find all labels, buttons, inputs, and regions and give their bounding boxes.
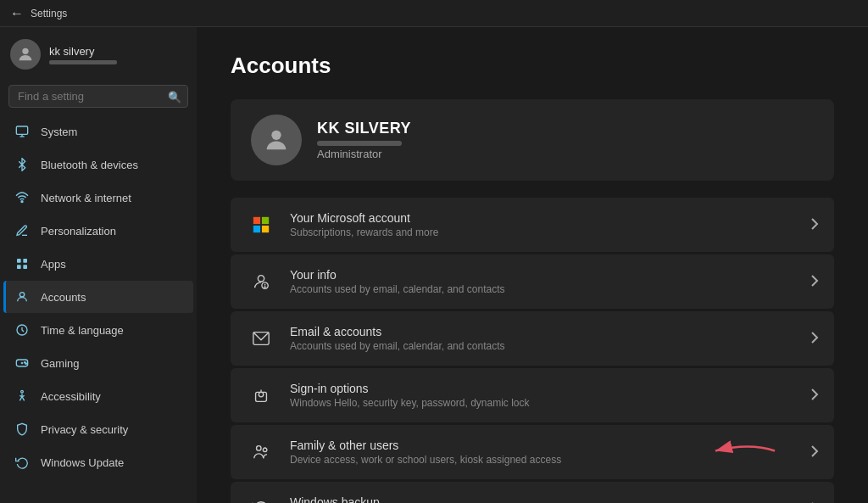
svg-rect-5 [17, 259, 21, 263]
sidebar-item-time[interactable]: Time & language [3, 314, 193, 346]
settings-item-signin-options[interactable]: Sign-in optionsWindows Hello, security k… [231, 368, 834, 422]
svg-rect-24 [262, 226, 269, 232]
email-accounts-title: Email & accounts [290, 325, 797, 338]
svg-rect-21 [253, 217, 260, 224]
search-container: 🔍 [8, 85, 188, 108]
personalization-icon [14, 222, 31, 239]
signin-options-title: Sign-in options [290, 382, 797, 395]
search-icon[interactable]: 🔍 [168, 90, 181, 103]
sidebar-item-label: System [41, 126, 77, 138]
settings-list: Your Microsoft accountSubscriptions, rew… [231, 198, 834, 503]
update-icon [14, 454, 31, 471]
user-card: KK SILVERY Administrator [231, 99, 834, 181]
svg-point-34 [257, 446, 262, 451]
back-button[interactable]: ← [10, 6, 24, 21]
family-users-title: Family & other users [290, 439, 797, 452]
sidebar-item-label: Privacy & security [41, 423, 128, 436]
sidebar-item-label: Bluetooth & devices [41, 159, 138, 171]
sidebar-profile[interactable]: kk silvery [0, 27, 197, 81]
email-accounts-text: Email & accountsAccounts used by email, … [290, 325, 797, 352]
title-bar: ← Settings [0, 0, 868, 27]
sidebar-item-apps[interactable]: Apps [3, 248, 193, 280]
svg-point-28 [264, 287, 265, 288]
sidebar-item-gaming[interactable]: Gaming [3, 347, 193, 379]
microsoft-account-desc: Subscriptions, rewards and more [290, 226, 797, 238]
svg-point-15 [25, 363, 26, 364]
system-icon [14, 123, 31, 140]
sidebar-nav: SystemBluetooth & devicesNetwork & inter… [0, 115, 197, 479]
signin-options-icon [246, 380, 276, 411]
user-role: Administrator [317, 148, 411, 160]
profile-info: kk silvery [49, 45, 117, 64]
profile-name: kk silvery [49, 45, 117, 58]
svg-point-0 [22, 48, 28, 54]
svg-point-30 [259, 392, 264, 397]
svg-point-9 [19, 293, 24, 297]
svg-rect-6 [23, 259, 27, 263]
sidebar-item-label: Apps [41, 258, 66, 271]
privacy-icon [14, 421, 31, 438]
windows-backup-title: Windows backup [290, 495, 797, 503]
svg-point-16 [21, 390, 24, 393]
search-input[interactable] [8, 85, 188, 108]
sidebar-item-label: Accounts [41, 291, 86, 304]
settings-item-family-users[interactable]: Family & other usersDevice access, work … [231, 425, 834, 479]
network-icon [14, 189, 31, 206]
accessibility-icon [14, 388, 31, 405]
svg-line-18 [19, 397, 22, 401]
family-users-text: Family & other usersDevice access, work … [290, 439, 797, 466]
bluetooth-icon [14, 156, 31, 173]
user-info: KK SILVERY Administrator [317, 120, 411, 160]
settings-item-windows-backup[interactable]: Windows backupBack up your files, apps, … [231, 482, 834, 503]
your-info-text: Your infoAccounts used by email, calenda… [290, 268, 797, 295]
sidebar-item-network[interactable]: Network & internet [3, 182, 193, 214]
user-name: KK SILVERY [317, 120, 411, 137]
sidebar-item-privacy[interactable]: Privacy & security [3, 413, 193, 445]
svg-point-25 [258, 276, 264, 282]
svg-rect-8 [17, 265, 21, 269]
svg-point-20 [271, 131, 281, 140]
sidebar-item-accessibility[interactable]: Accessibility [3, 380, 193, 412]
content-area: Accounts KK SILVERY Administrator Your M… [197, 27, 868, 503]
email-accounts-chevron [810, 331, 819, 347]
sidebar-item-label: Accessibility [41, 390, 101, 403]
sidebar-item-label: Network & internet [41, 192, 131, 204]
svg-rect-1 [16, 126, 27, 134]
sidebar: kk silvery 🔍 SystemBluetooth & devicesNe… [0, 27, 197, 503]
svg-rect-7 [23, 265, 27, 269]
sidebar-item-label: Gaming [41, 357, 80, 370]
avatar [10, 39, 41, 70]
page-title: Accounts [231, 53, 834, 79]
signin-options-desc: Windows Hello, security key, password, d… [290, 397, 797, 409]
your-info-icon [246, 266, 276, 297]
sidebar-item-bluetooth[interactable]: Bluetooth & devices [3, 148, 193, 181]
signin-options-chevron [810, 388, 819, 404]
windows-backup-text: Windows backupBack up your files, apps, … [290, 495, 797, 503]
app-title: Settings [31, 8, 67, 20]
your-info-chevron [810, 274, 819, 290]
family-users-desc: Device access, work or school users, kio… [290, 454, 797, 466]
settings-item-microsoft-account[interactable]: Your Microsoft accountSubscriptions, rew… [231, 198, 834, 252]
user-bar [317, 141, 402, 146]
svg-point-4 [21, 201, 23, 203]
microsoft-account-text: Your Microsoft accountSubscriptions, rew… [290, 211, 797, 238]
svg-rect-22 [262, 217, 269, 224]
email-accounts-desc: Accounts used by email, calendar, and co… [290, 340, 797, 352]
sidebar-item-label: Windows Update [41, 456, 124, 469]
email-accounts-icon [246, 323, 276, 354]
your-info-title: Your info [290, 268, 797, 282]
settings-item-email-accounts[interactable]: Email & accountsAccounts used by email, … [231, 311, 834, 366]
profile-bar [49, 60, 117, 64]
apps-icon [14, 255, 31, 272]
sidebar-item-system[interactable]: System [3, 115, 193, 148]
sidebar-item-personalization[interactable]: Personalization [3, 215, 193, 247]
sidebar-item-accounts[interactable]: Accounts [3, 281, 193, 313]
main-layout: kk silvery 🔍 SystemBluetooth & devicesNe… [0, 27, 868, 503]
sidebar-item-update[interactable]: Windows Update [3, 446, 193, 478]
svg-line-19 [22, 397, 25, 401]
gaming-icon [14, 355, 31, 372]
microsoft-account-icon [246, 210, 276, 240]
family-users-icon [246, 437, 276, 467]
sidebar-item-label: Time & language [41, 324, 124, 337]
settings-item-your-info[interactable]: Your infoAccounts used by email, calenda… [231, 254, 834, 309]
